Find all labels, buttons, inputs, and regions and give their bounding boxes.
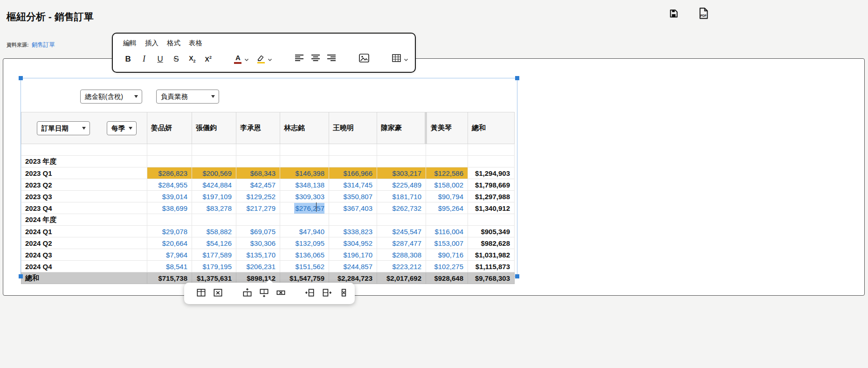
pivot-cell[interactable]	[426, 156, 468, 167]
pivot-cell[interactable]: $244,857	[329, 261, 377, 272]
selection-handle-bottom-left[interactable]	[19, 274, 23, 278]
pivot-cell[interactable]: $7,964	[147, 249, 192, 261]
selection-handle-bottom-right[interactable]	[515, 274, 519, 278]
pivot-cell[interactable]: $9,768,303	[468, 272, 515, 284]
row-label[interactable]: 2024 Q2	[21, 237, 147, 249]
pivot-cell[interactable]: $102,275	[426, 261, 468, 272]
pivot-cell[interactable]: $1,547,759	[280, 272, 329, 284]
pivot-cell[interactable]: $153,007	[426, 237, 468, 249]
insert-column-left-button[interactable]	[304, 287, 316, 299]
pivot-cell[interactable]: $58,882	[192, 226, 236, 237]
export-pdf-button[interactable]: PDF	[698, 7, 710, 21]
row-label[interactable]: 2024 Q1	[21, 226, 147, 237]
pivot-cell[interactable]: $136,065	[280, 249, 329, 261]
delete-row-button[interactable]	[275, 287, 287, 299]
pivot-cell[interactable]	[329, 156, 377, 167]
pivot-cell[interactable]: $982,628	[468, 237, 515, 249]
row-label[interactable]: 總和	[21, 272, 147, 284]
pivot-cell[interactable]: $83,278	[192, 202, 236, 214]
underline-button[interactable]: U	[155, 53, 165, 65]
pivot-cell[interactable]: $200,569	[192, 167, 236, 179]
pivot-cell[interactable]	[426, 214, 468, 226]
pivot-cell[interactable]: $116,004	[426, 226, 468, 237]
grand-total-column-header[interactable]: 總和	[468, 112, 515, 144]
strikethrough-button[interactable]: S	[171, 53, 181, 65]
pivot-cell[interactable]: $68,343	[236, 167, 280, 179]
pivot-cell[interactable]: $129,252	[236, 191, 280, 202]
pivot-cell[interactable]: $303,217	[377, 167, 426, 179]
insert-image-button[interactable]	[359, 53, 370, 65]
pivot-cell[interactable]	[377, 214, 426, 226]
pivot-cell[interactable]: $1,294,903	[468, 167, 515, 179]
pivot-cell[interactable]: $20,664	[147, 237, 192, 249]
pivot-cell[interactable]: $1,115,873	[468, 261, 515, 272]
row-label[interactable]: 2023 Q4	[21, 202, 147, 214]
pivot-cell[interactable]: $338,823	[329, 226, 377, 237]
pivot-cell[interactable]: $39,014	[147, 191, 192, 202]
pivot-cell[interactable]: $715,738	[147, 272, 192, 284]
period-select[interactable]: 每季	[107, 121, 137, 135]
pivot-cell[interactable]: $166,966	[329, 167, 377, 179]
pivot-cell[interactable]: $348,138	[280, 179, 329, 191]
row-label[interactable]: 2023 Q3	[21, 191, 147, 202]
pivot-cell[interactable]: $309,303	[280, 191, 329, 202]
pivot-cell[interactable]	[468, 156, 515, 167]
font-color-button[interactable]: A	[233, 53, 250, 65]
save-button[interactable]	[668, 7, 679, 21]
pivot-cell[interactable]: $424,884	[192, 179, 236, 191]
pivot-cell[interactable]: $30,306	[236, 237, 280, 249]
pivot-cell[interactable]	[377, 156, 426, 167]
row-label[interactable]: 2024 Q4	[21, 261, 147, 272]
menu-table[interactable]: 表格	[189, 39, 202, 48]
datasource-link[interactable]: 銷售訂單	[32, 41, 55, 49]
selected-cell-text[interactable]: $276,257	[294, 203, 324, 214]
pivot-cell[interactable]: $95,264	[426, 202, 468, 214]
selection-handle-top-right[interactable]	[515, 76, 519, 80]
pivot-cell[interactable]: $69,075	[236, 226, 280, 237]
pivot-cell[interactable]: $314,745	[329, 179, 377, 191]
pivot-cell[interactable]: $177,589	[192, 249, 236, 261]
pivot-cell[interactable]: $90,716	[426, 249, 468, 261]
pivot-cell[interactable]: $196,170	[329, 249, 377, 261]
insert-row-above-button[interactable]	[241, 287, 253, 299]
pivot-cell[interactable]: $1,031,982	[468, 249, 515, 261]
pivot-cell[interactable]: $158,002	[426, 179, 468, 191]
pivot-cell[interactable]	[147, 214, 192, 226]
pivot-cell[interactable]: $245,547	[377, 226, 426, 237]
pivot-cell[interactable]: $225,489	[377, 179, 426, 191]
pivot-cell[interactable]	[329, 214, 377, 226]
bold-button[interactable]: B	[123, 53, 133, 65]
pivot-cell[interactable]: $132,095	[280, 237, 329, 249]
pivot-cell[interactable]: $54,126	[192, 237, 236, 249]
pivot-cell[interactable]: $38,699	[147, 202, 192, 214]
pivot-cell[interactable]	[280, 156, 329, 167]
pivot-cell[interactable]: $304,952	[329, 237, 377, 249]
pivot-cell[interactable]	[147, 156, 192, 167]
align-right-button[interactable]	[326, 53, 337, 65]
column-header[interactable]: 姜品妍	[147, 112, 192, 144]
pivot-cell[interactable]: $1,297,988	[468, 191, 515, 202]
pivot-cell[interactable]	[280, 214, 329, 226]
pivot-cell[interactable]: $288,308	[377, 249, 426, 261]
row-label[interactable]: 2024 年度	[21, 214, 147, 226]
align-center-button[interactable]	[310, 53, 321, 65]
pivot-cell[interactable]: $286,823	[147, 167, 192, 179]
column-header[interactable]: 王曉明	[329, 112, 377, 144]
pivot-cell[interactable]: $29,078	[147, 226, 192, 237]
pivot-cell[interactable]: $223,212	[377, 261, 426, 272]
pivot-cell[interactable]: $2,284,723	[329, 272, 377, 284]
row-label[interactable]: 2023 Q1	[21, 167, 147, 179]
pivot-table[interactable]: 訂單日期 每季 姜品妍 張儀鈞 李承恩 林志銘 王曉明 陳家豪 黃美琴 總和	[21, 112, 515, 284]
pivot-cell[interactable]: $206,231	[236, 261, 280, 272]
pivot-cell[interactable]	[236, 156, 280, 167]
italic-button[interactable]: I	[138, 53, 149, 65]
highlight-color-button[interactable]	[255, 53, 274, 65]
pivot-cell[interactable]: $1,375,631	[192, 272, 236, 284]
pivot-cell[interactable]: $276,257	[280, 202, 329, 214]
pivot-cell[interactable]: $197,109	[192, 191, 236, 202]
pivot-cell[interactable]	[192, 156, 236, 167]
pivot-cell[interactable]: $181,710	[377, 191, 426, 202]
menu-edit[interactable]: 編輯	[123, 39, 137, 48]
row-label[interactable]: 2024 Q3	[21, 249, 147, 261]
pivot-cell[interactable]: $146,398	[280, 167, 329, 179]
